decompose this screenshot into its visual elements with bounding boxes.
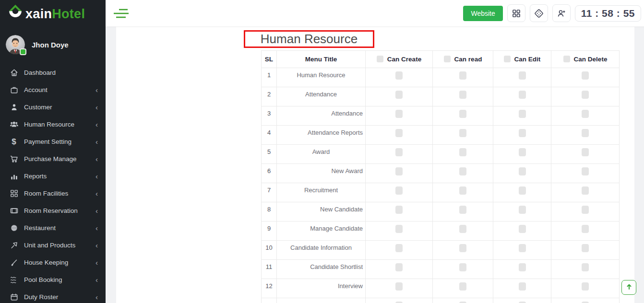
create-checkbox[interactable] [395, 206, 403, 214]
sidebar-item-purchase-manage[interactable]: Purchase Manage‹ [0, 150, 106, 167]
permission-cell-edit [493, 164, 551, 183]
permission-cell-create [366, 106, 433, 126]
create-checkbox[interactable] [395, 148, 403, 156]
sidebar-item-dashboard[interactable]: Dashboard [0, 64, 106, 81]
edit-checkbox[interactable] [519, 225, 526, 233]
sidebar-item-house-keeping[interactable]: House Keeping‹ [0, 254, 106, 271]
permissions-table: SL Menu Title Can Create Can read Can Ed… [261, 50, 620, 303]
delete-checkbox[interactable] [582, 206, 589, 214]
sidebar-item-label: Customer [24, 104, 95, 111]
delete-checkbox[interactable] [582, 129, 589, 137]
delete-checkbox[interactable] [582, 263, 589, 271]
edit-checkbox[interactable] [519, 110, 526, 118]
read-checkbox[interactable] [459, 129, 466, 137]
create-checkbox[interactable] [395, 225, 403, 233]
add-user-icon[interactable] [552, 4, 571, 22]
create-checkbox[interactable] [395, 110, 403, 118]
sidebar-item-restaurent[interactable]: Restaurent‹ [0, 219, 106, 236]
edit-checkbox[interactable] [519, 186, 526, 195]
select-all-create-checkbox[interactable] [377, 56, 383, 62]
create-checkbox[interactable] [395, 244, 403, 252]
edit-checkbox[interactable] [519, 167, 526, 175]
permission-cell-read [433, 126, 493, 145]
select-all-edit-checkbox[interactable] [504, 56, 511, 62]
sidebar-item-reports[interactable]: Reports‹ [0, 167, 106, 185]
delete-checkbox[interactable] [582, 110, 589, 118]
edit-checkbox[interactable] [519, 148, 526, 156]
delete-checkbox[interactable] [582, 71, 589, 80]
website-button[interactable]: Website [463, 6, 502, 21]
permission-cell-edit [493, 68, 551, 87]
create-checkbox[interactable] [395, 186, 403, 195]
read-checkbox[interactable] [459, 186, 466, 195]
edit-checkbox[interactable] [519, 244, 526, 252]
dollar-icon: $ [9, 137, 19, 146]
sidebar-item-human-resource[interactable]: Human Resource‹ [0, 116, 106, 133]
waves-icon [9, 275, 19, 284]
delete-checkbox[interactable] [582, 244, 589, 252]
edit-checkbox[interactable] [519, 129, 526, 137]
read-checkbox[interactable] [459, 225, 466, 233]
delete-checkbox[interactable] [582, 148, 589, 156]
sidebar-item-unit-and-products[interactable]: Unit and Products‹ [0, 236, 106, 254]
sidebar-item-duty-roster[interactable]: Duty Roster‹ [0, 288, 106, 303]
scroll-to-top-button[interactable] [621, 280, 636, 295]
sidebar-item-room-reservation[interactable]: Room Reservation‹ [0, 202, 106, 219]
read-checkbox[interactable] [459, 148, 466, 156]
permission-cell-create [366, 87, 433, 106]
menu-icon[interactable] [112, 7, 131, 20]
column-header-can-read: Can read [433, 51, 493, 68]
edit-checkbox[interactable] [519, 71, 526, 80]
delete-checkbox[interactable] [582, 167, 589, 175]
permission-cell-edit [493, 87, 551, 106]
read-checkbox[interactable] [459, 91, 466, 99]
delete-checkbox[interactable] [582, 186, 589, 195]
expand-diamond-icon[interactable] [530, 4, 548, 22]
select-all-read-checkbox[interactable] [444, 56, 451, 62]
main-content: Human Resource SL Menu Title Can Create … [106, 27, 644, 303]
read-checkbox[interactable] [459, 71, 466, 80]
table-row: 12Interview [262, 279, 620, 298]
app-logo[interactable]: xainHotel [0, 0, 106, 28]
create-checkbox[interactable] [395, 282, 403, 291]
read-checkbox[interactable] [459, 110, 466, 118]
create-checkbox[interactable] [395, 167, 403, 175]
edit-checkbox[interactable] [519, 206, 526, 214]
delete-checkbox[interactable] [582, 91, 589, 99]
delete-checkbox[interactable] [582, 225, 589, 233]
edit-checkbox[interactable] [519, 263, 526, 271]
permission-cell-delete [551, 87, 620, 106]
permission-cell-delete [551, 260, 620, 279]
create-checkbox[interactable] [395, 91, 403, 99]
user-profile[interactable]: Jhon Doye [0, 28, 106, 60]
sidebar-item-label: Payment Setting [24, 138, 95, 145]
read-checkbox[interactable] [459, 244, 466, 252]
row-menu-title: Human Resource [277, 68, 366, 87]
permission-cell-read [433, 221, 493, 241]
sidebar-item-payment-setting[interactable]: $Payment Setting‹ [0, 133, 106, 150]
grid-apps-icon[interactable] [507, 4, 525, 22]
create-checkbox[interactable] [395, 263, 403, 271]
read-checkbox[interactable] [459, 167, 466, 175]
permission-cell-delete [551, 241, 620, 260]
sidebar-item-room-facilities[interactable]: Room Facilities‹ [0, 185, 106, 202]
delete-checkbox[interactable] [582, 282, 589, 291]
sidebar-item-pool-booking[interactable]: Pool Booking‹ [0, 271, 106, 288]
read-checkbox[interactable] [459, 282, 466, 291]
edit-checkbox[interactable] [519, 91, 526, 99]
create-checkbox[interactable] [395, 71, 403, 80]
edit-checkbox[interactable] [519, 282, 526, 291]
select-all-delete-checkbox[interactable] [563, 56, 570, 62]
create-checkbox[interactable] [395, 129, 403, 137]
table-row: 5Award [262, 145, 620, 164]
sidebar-item-customer[interactable]: Customer‹ [0, 98, 106, 116]
frame-icon [9, 206, 19, 215]
sidebar: xainHotel Jhon Doye [0, 0, 106, 303]
sidebar-item-account[interactable]: Account‹ [0, 81, 106, 98]
read-checkbox[interactable] [459, 263, 466, 271]
permission-cell-delete [551, 164, 620, 183]
row-sl: 7 [262, 183, 277, 202]
read-checkbox[interactable] [459, 206, 466, 214]
column-header-menu-title: Menu Title [277, 51, 366, 68]
chevron-left-icon: ‹ [95, 242, 98, 249]
